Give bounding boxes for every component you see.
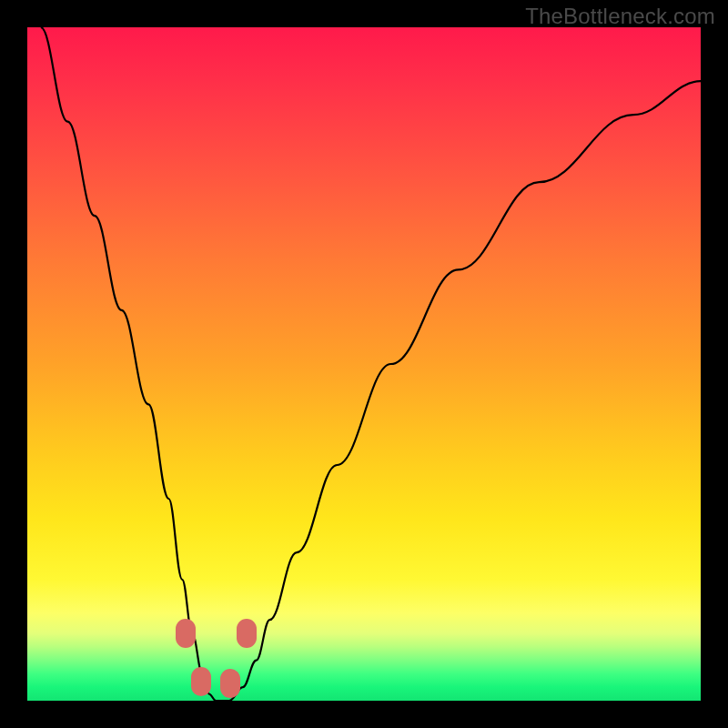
watermark: TheBottleneck.com	[525, 4, 715, 29]
markers-layer	[27, 27, 701, 701]
data-marker	[237, 619, 257, 648]
data-marker	[220, 669, 240, 698]
chart-frame: TheBottleneck.com	[0, 0, 728, 728]
data-marker	[176, 619, 196, 648]
plot-area	[27, 27, 701, 701]
data-marker	[191, 667, 211, 696]
